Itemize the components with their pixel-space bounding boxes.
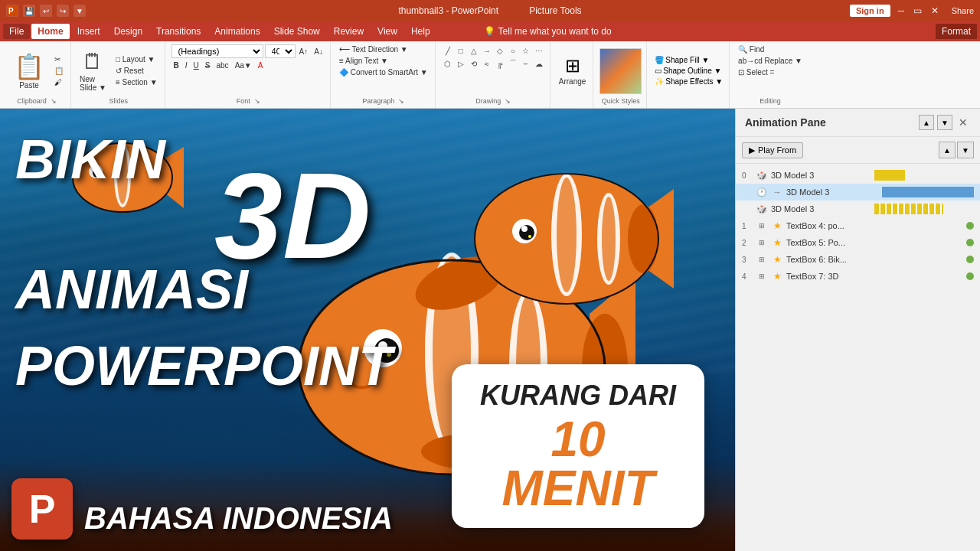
- layout-button[interactable]: □ Layout ▼: [113, 54, 160, 64]
- text-direction-button[interactable]: ⟵ Text Direction ▼: [337, 44, 410, 54]
- play-from-button[interactable]: ▶ Play From: [742, 142, 803, 158]
- ribbon-group-shapeprops: 🪣 Shape Fill ▼ ▭ Shape Outline ▼ ✨ Shape…: [648, 41, 730, 108]
- anim-star-3: ★: [771, 220, 783, 232]
- fontcolor-button[interactable]: A: [256, 60, 266, 70]
- anim-prev-button[interactable]: ▲: [939, 142, 956, 158]
- shape-outline-button[interactable]: ▭ Shape Outline ▼: [653, 66, 724, 76]
- shape-star[interactable]: ☆: [520, 44, 532, 57]
- quick-styles-preview[interactable]: [599, 48, 642, 94]
- menu-home[interactable]: Home: [31, 24, 69, 39]
- shape-2[interactable]: ⬡: [442, 57, 454, 70]
- shape-9[interactable]: ☁: [533, 57, 545, 70]
- powerpoint-logo-icon[interactable]: P: [6, 5, 18, 17]
- shape-rect[interactable]: □: [455, 44, 467, 57]
- paste-button[interactable]: 📋 Paste: [8, 49, 51, 93]
- shape-fill-button[interactable]: 🪣 Shape Fill ▼: [653, 55, 724, 65]
- font-name-select[interactable]: (Headings): [172, 44, 263, 58]
- tell-me-area[interactable]: 💡 Editing Tell me what you want to do: [484, 26, 612, 37]
- maximize-button[interactable]: ▭: [912, 5, 924, 17]
- customize-icon[interactable]: ▼: [74, 5, 86, 17]
- slide-text-bikin: BIKIN: [15, 132, 165, 187]
- arrange-button[interactable]: Arrange: [557, 77, 589, 86]
- menu-help[interactable]: Help: [405, 24, 436, 39]
- redo-icon[interactable]: ↪: [57, 5, 69, 17]
- anim-item-3[interactable]: 1 ⊞ ★ TextBox 4: po...: [736, 217, 980, 234]
- save-icon[interactable]: 💾: [23, 5, 35, 17]
- shape-8[interactable]: ⌣: [520, 57, 532, 70]
- increase-font-button[interactable]: A↑: [297, 47, 311, 57]
- menu-insert[interactable]: Insert: [71, 24, 106, 39]
- copy-button[interactable]: 📋: [52, 66, 66, 76]
- close-button[interactable]: ✕: [929, 5, 941, 17]
- shape-circle[interactable]: ○: [507, 44, 519, 57]
- anim-bar-yellow-0: [874, 170, 905, 181]
- share-button[interactable]: Share: [952, 6, 974, 15]
- clipboard-tools: ✂ 📋 🖌: [52, 54, 66, 87]
- menu-file[interactable]: File: [3, 24, 30, 39]
- underline-button[interactable]: U: [191, 60, 201, 70]
- anim-label-2: 3D Model 3: [771, 204, 871, 214]
- anim-item-2[interactable]: 🎲 3D Model 3: [736, 201, 980, 217]
- anim-item-4[interactable]: 2 ⊞ ★ TextBox 5: Po...: [736, 234, 980, 251]
- anim-label-6: TextBox 7: 3D: [786, 272, 963, 281]
- slides-label: Slides: [109, 97, 129, 106]
- anim-collapse-button[interactable]: ▲: [919, 115, 934, 130]
- strikethrough-button[interactable]: S: [203, 60, 213, 70]
- menu-design[interactable]: Design: [108, 24, 149, 39]
- menu-view[interactable]: View: [371, 24, 403, 39]
- shape-4[interactable]: ⟲: [468, 57, 480, 70]
- align-text-button[interactable]: ≡ Align Text ▼: [337, 56, 390, 66]
- cut-button[interactable]: ✂: [52, 54, 66, 64]
- bold-button[interactable]: B: [172, 60, 181, 70]
- undo-icon[interactable]: ↩: [40, 5, 52, 17]
- anim-label-4: TextBox 5: Po...: [786, 238, 963, 247]
- find-button[interactable]: 🔍 Find: [736, 44, 766, 54]
- slide-canvas: BIKIN 3D ANIMASI POWERPOINT P BAHASA IND…: [0, 109, 735, 551]
- kurang-dari-box: KURANG DARI 10 MENIT: [452, 364, 704, 528]
- anim-close-button[interactable]: ✕: [956, 115, 971, 130]
- star-icon-4: ★: [773, 237, 782, 248]
- font-size-select[interactable]: 40: [265, 44, 296, 58]
- reset-button[interactable]: ↺ Reset: [113, 66, 160, 76]
- menu-animations[interactable]: Animations: [208, 24, 266, 39]
- smartart-button[interactable]: 🔷 Convert to SmartArt ▼: [337, 67, 430, 77]
- section-button[interactable]: ≡ Section ▼: [113, 77, 160, 87]
- shape-more[interactable]: ⋯: [533, 44, 545, 57]
- anim-bar-0: [874, 170, 975, 181]
- format-painter-button[interactable]: 🖌: [52, 77, 66, 87]
- anim-item-1[interactable]: 🕐 → 3D Model 3: [736, 184, 980, 201]
- anim-bar-2: [874, 204, 975, 214]
- animation-pane-controls: ▲ ▼ ✕: [919, 115, 971, 130]
- shape-diamond[interactable]: ◇: [494, 44, 506, 57]
- decrease-font-button[interactable]: A↓: [312, 47, 325, 57]
- shape-triangle[interactable]: △: [468, 44, 480, 57]
- minimize-button[interactable]: ─: [895, 5, 907, 17]
- shape-arrow[interactable]: →: [481, 44, 493, 57]
- star-icon-3: ★: [773, 220, 782, 231]
- smallcaps-button[interactable]: abc: [214, 60, 231, 70]
- anim-next-button[interactable]: ▼: [957, 142, 974, 158]
- replace-button[interactable]: ab→cd Replace ▼: [736, 56, 805, 66]
- shape-6[interactable]: ╔: [494, 57, 506, 70]
- anim-item-6[interactable]: 4 ⊞ ★ TextBox 7: 3D: [736, 268, 980, 285]
- shape-5[interactable]: ≈: [481, 57, 493, 70]
- menu-slideshow[interactable]: Slide Show: [268, 24, 326, 39]
- anim-star-6: ★: [771, 270, 783, 282]
- sign-in-button[interactable]: Sign in: [850, 5, 890, 17]
- menu-review[interactable]: Review: [328, 24, 370, 39]
- anim-item-5[interactable]: 3 ⊞ ★ TextBox 6: Bik...: [736, 251, 980, 268]
- shape-effects-button[interactable]: ✨ Shape Effects ▼: [653, 77, 724, 86]
- changecase-button[interactable]: Aa▼: [233, 60, 254, 70]
- menu-format[interactable]: Format: [936, 24, 977, 39]
- shape-3[interactable]: ▷: [455, 57, 467, 70]
- new-slide-button[interactable]: NewSlide ▼: [77, 74, 109, 93]
- anim-expand-button[interactable]: ▼: [937, 115, 952, 130]
- italic-button[interactable]: I: [183, 60, 190, 70]
- star-icon-5: ★: [773, 254, 782, 265]
- anim-item-0[interactable]: 0 🎲 3D Model 3: [736, 167, 980, 184]
- shape-7[interactable]: ⌒: [507, 57, 519, 70]
- select-button[interactable]: ⊡ Select =: [736, 67, 776, 77]
- menu-transitions[interactable]: Transitions: [150, 24, 207, 39]
- shape-line[interactable]: ╱: [442, 44, 454, 57]
- anim-nav-buttons: ▲ ▼: [939, 142, 974, 158]
